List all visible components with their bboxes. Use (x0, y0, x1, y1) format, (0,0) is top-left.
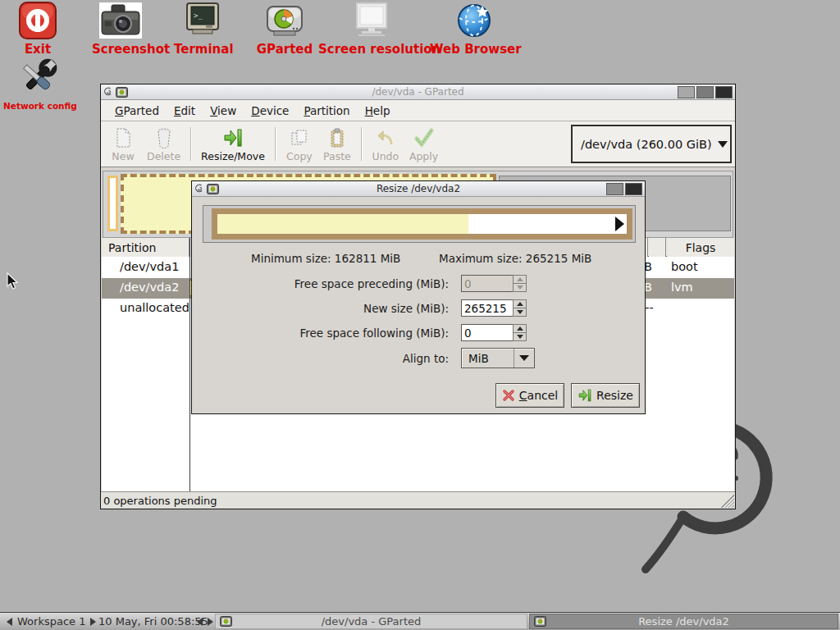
status-bar: 0 operations pending (101, 491, 735, 509)
desktop-icon-screenshot[interactable]: Screenshot (92, 2, 149, 57)
header-hidden-narrow[interactable] (649, 238, 666, 257)
desktop-icon-label: Network config (3, 101, 74, 111)
gparted-app-icon (534, 616, 546, 627)
spin-up-button[interactable] (513, 324, 527, 333)
device-selector-value: /dev/vda (260.00 GiB) (581, 138, 712, 151)
apply-button[interactable]: Apply (404, 123, 443, 165)
dialog-titlebar[interactable]: Resize /dev/vda2 (192, 181, 645, 197)
dialog-title: Resize /dev/vda2 (192, 183, 645, 194)
new-button[interactable]: New (104, 123, 142, 165)
monitor-icon (351, 2, 392, 39)
taskbar: Workspace 1 10 May, Fri 00:58:55 /dev/vd… (0, 612, 840, 630)
spin-down-button[interactable] (513, 284, 527, 292)
resize-move-button[interactable]: Resize/Move (196, 123, 270, 165)
toolbar-separator (190, 127, 191, 161)
window-next-icon[interactable] (208, 618, 213, 626)
menu-help[interactable]: Help (358, 102, 398, 120)
free-space-following-input[interactable] (461, 324, 513, 341)
spin-down-button[interactable] (513, 333, 527, 341)
desktop-icon-gparted[interactable]: GParted (256, 2, 313, 57)
close-button[interactable] (625, 183, 642, 195)
camera-icon (98, 2, 143, 39)
menu-gparted[interactable]: GParted (107, 102, 167, 120)
resize-slider-widget[interactable] (203, 205, 636, 243)
maximize-button[interactable] (696, 86, 714, 98)
desktop-icon-network-config[interactable]: Network config (3, 57, 74, 111)
spin-up-icon (517, 326, 523, 331)
new-page-icon (113, 127, 133, 148)
spin-down-button[interactable] (513, 308, 527, 317)
partition-frame (212, 208, 632, 240)
menu-edit[interactable]: Edit (167, 102, 203, 120)
workspace-prev-icon[interactable] (7, 618, 12, 626)
free-space-following-label: Free space following (MiB): (192, 326, 449, 340)
spinner (513, 324, 527, 341)
tools-icon (16, 57, 62, 98)
toolbar-separator (361, 127, 362, 161)
gparted-app-icon (116, 87, 128, 98)
desktop-icon-screen-resolution[interactable]: Screen resolution (318, 2, 425, 57)
desktop-icon-label: Screen resolution (318, 42, 425, 57)
resize-button[interactable]: Resize (571, 383, 640, 408)
new-size-label: New size (MiB): (192, 302, 449, 315)
globe-icon (454, 2, 495, 39)
undo-button[interactable]: Undo (367, 123, 404, 165)
window-title: /dev/vda - GParted (101, 86, 735, 98)
spin-down-icon (517, 310, 523, 314)
menu-partition[interactable]: Partition (296, 102, 357, 120)
header-flags[interactable]: Flags (667, 238, 734, 257)
free-space-following-spinbox[interactable] (461, 324, 527, 341)
minimize-button[interactable] (678, 86, 695, 98)
delete-button[interactable]: Delete (142, 123, 185, 165)
menu-device[interactable]: Device (244, 102, 296, 120)
resize-grip[interactable] (719, 493, 734, 508)
menu-view[interactable]: View (203, 102, 244, 120)
undo-icon (376, 127, 395, 148)
header-partition[interactable]: Partition (102, 238, 189, 257)
free-space-preceding-label: Free space preceding (MiB): (192, 277, 449, 290)
desktop-icon-exit[interactable]: Exit (13, 2, 62, 57)
desktop-icon-terminal[interactable]: >_ Terminal (174, 2, 231, 57)
resize-right-handle[interactable] (615, 217, 624, 231)
toolbar-separator (275, 127, 276, 161)
free-space-preceding-spinbox[interactable] (461, 275, 527, 292)
spin-up-icon (517, 302, 523, 306)
close-button[interactable] (715, 86, 733, 98)
resize-arrow-icon (578, 388, 592, 403)
terminal-icon: >_ (183, 2, 222, 39)
spin-down-icon (517, 335, 523, 339)
desktop-icon-label: Screenshot (92, 42, 149, 57)
apply-check-icon (413, 127, 435, 148)
cancel-x-icon (502, 389, 515, 402)
task-button-label: /dev/vda - GParted (216, 615, 527, 628)
cancel-button[interactable]: Cancel (495, 383, 564, 408)
spin-up-button[interactable] (513, 299, 527, 308)
menubar: GParted Edit View Device Partition Help (101, 100, 735, 121)
window-prev-icon[interactable] (197, 618, 203, 626)
task-button-gparted[interactable]: /dev/vda - GParted (215, 614, 527, 629)
spinner (513, 299, 527, 317)
minimum-size-label: Minimum size: 162811 MiB (251, 252, 400, 265)
workspace-next-icon[interactable] (90, 618, 96, 626)
copy-icon (289, 127, 310, 148)
paste-button[interactable]: Paste (318, 123, 356, 165)
device-selector[interactable]: /dev/vda (260.00 GiB) (571, 125, 732, 163)
mouse-cursor (7, 272, 20, 290)
new-size-spinbox[interactable] (461, 299, 527, 317)
exit-icon (18, 2, 57, 39)
maximum-size-label: Maximum size: 265215 MiB (439, 252, 591, 265)
gparted-titlebar[interactable]: /dev/vda - GParted (101, 84, 735, 100)
maximize-button[interactable] (606, 183, 623, 195)
desktop-icon-web-browser[interactable]: Web Browser (430, 2, 518, 57)
spin-up-button[interactable] (513, 275, 527, 284)
task-button-resize-dialog[interactable]: Resize /dev/vda2 (529, 614, 838, 629)
free-space-preceding-input[interactable] (461, 275, 513, 292)
copy-button[interactable]: Copy (281, 123, 318, 165)
column-divider (189, 238, 190, 491)
align-to-dropdown[interactable]: MiB (461, 348, 535, 368)
align-to-label: Align to: (192, 352, 449, 365)
debian-swirl-icon (103, 87, 113, 98)
disk-segment-vda1[interactable] (107, 176, 118, 231)
task-button-label: Resize /dev/vda2 (530, 615, 838, 628)
new-size-input[interactable] (461, 299, 513, 317)
